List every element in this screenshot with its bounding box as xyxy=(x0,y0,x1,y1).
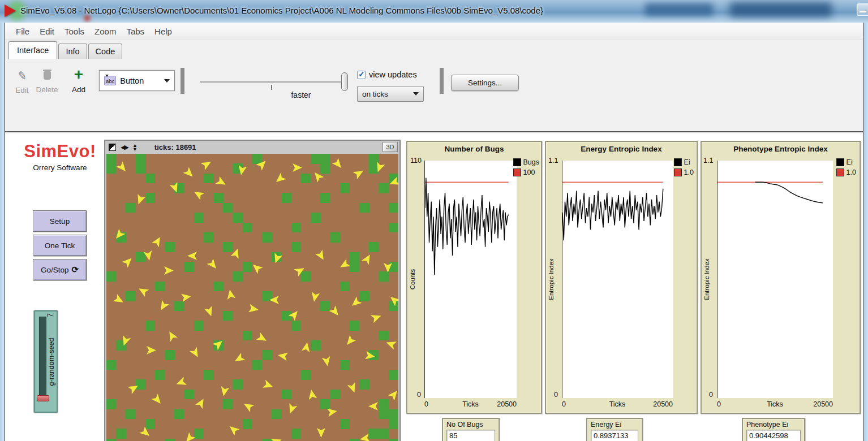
update-mode-dropdown[interactable]: on ticks xyxy=(357,86,424,102)
grass-patch xyxy=(340,282,350,292)
grass-patch xyxy=(320,154,330,164)
random-seed-slider[interactable]: g-random-seed 7 xyxy=(34,310,58,413)
window-body: File Edit Tools Zoom Tabs Help Interface… xyxy=(5,23,863,441)
grass-patch xyxy=(252,360,262,370)
grass-patch xyxy=(165,242,174,252)
add-widget-button[interactable]: + Add xyxy=(66,69,91,94)
world-canvas[interactable] xyxy=(106,154,398,441)
legend-entry: 100 xyxy=(513,168,540,176)
y-axis-title: Entropic Index xyxy=(703,258,710,300)
grass-patch xyxy=(330,390,340,400)
legend-label: Bugs xyxy=(523,158,540,166)
menu-tabs[interactable]: Tabs xyxy=(121,24,149,38)
forever-icon: ⟳ xyxy=(71,267,79,273)
legend-entry: 1.0 xyxy=(836,168,856,176)
delete-label: Delete xyxy=(35,85,59,94)
speed-slider-track[interactable] xyxy=(200,81,348,83)
y-axis-min-label: 0 xyxy=(417,391,421,399)
grass-patch xyxy=(223,242,233,252)
tab-code[interactable]: Code xyxy=(88,44,123,59)
trash-icon xyxy=(43,69,51,80)
grass-patch xyxy=(184,262,194,272)
grass-patch xyxy=(106,360,116,370)
tab-info[interactable]: Info xyxy=(58,44,87,59)
grass-patch xyxy=(350,439,359,441)
plot-title: Number of Bugs xyxy=(407,145,541,153)
x-axis-max-label: 20500 xyxy=(497,400,517,408)
minimize-button[interactable] xyxy=(857,3,868,16)
legend-entry: Ei xyxy=(674,158,694,166)
grass-patch xyxy=(233,213,243,223)
monitor-label: No Of Bugs xyxy=(446,421,495,429)
bug-turtle xyxy=(347,382,359,394)
resize-corner-icon[interactable] xyxy=(109,144,116,151)
plot-number-of-bugs: Number of Bugs 110 0 Counts Bugs 100 xyxy=(406,141,542,414)
grass-patch xyxy=(359,379,369,390)
menu-help[interactable]: Help xyxy=(149,24,177,38)
slider-handle[interactable] xyxy=(37,395,49,401)
setup-button-label: Setup xyxy=(50,217,70,226)
background-blur-blob xyxy=(730,2,832,17)
horizontal-arrows-icon[interactable]: ◀▶ xyxy=(121,144,128,151)
bug-turtle xyxy=(293,163,302,172)
menu-file[interactable]: File xyxy=(11,24,35,38)
one-tick-button[interactable]: One Tick xyxy=(33,235,87,256)
grass-patch xyxy=(359,203,369,213)
bug-turtle xyxy=(286,403,297,415)
menu-edit[interactable]: Edit xyxy=(35,24,59,38)
plot-area xyxy=(562,161,673,398)
menu-tools[interactable]: Tools xyxy=(59,24,89,38)
interface-canvas: SimEvo! Orrery Software Setup One Tick G… xyxy=(5,133,863,441)
bug-turtle xyxy=(122,256,135,269)
menu-zoom[interactable]: Zoom xyxy=(89,24,121,38)
view-updates-control: ✓ view updates xyxy=(357,70,417,79)
settings-button[interactable]: Settings... xyxy=(451,75,519,91)
grass-patch xyxy=(320,193,330,203)
grass-patch xyxy=(223,311,233,321)
grass-patch xyxy=(311,340,320,351)
go-stop-button-label: Go/Stop xyxy=(41,266,69,274)
grass-patch xyxy=(262,350,272,360)
vertical-arrows-icon[interactable]: ▲▼ xyxy=(132,144,137,151)
grass-patch xyxy=(155,370,165,380)
monitor-value: 85 xyxy=(446,430,495,441)
grass-patch xyxy=(223,399,233,409)
bug-turtle xyxy=(189,347,201,359)
grass-patch xyxy=(243,223,252,233)
monitor-phenotype-ei: Phenotype Ei 0.90442598 xyxy=(742,418,805,441)
grass-patch xyxy=(252,154,262,164)
bug-turtle xyxy=(175,377,187,388)
view-3d-button[interactable]: 3D xyxy=(383,142,398,152)
grass-patch xyxy=(320,301,330,312)
x-axis: 0 Ticks 20500 xyxy=(717,400,833,409)
background-blur-blob xyxy=(84,15,91,21)
button-widget-icon: abc xyxy=(104,76,116,85)
tab-interface[interactable]: Interface xyxy=(8,41,57,59)
grass-patch xyxy=(194,429,204,439)
world-view-header: ◀▶ ▲▼ ticks: 18691 3D xyxy=(105,141,399,154)
bug-turtle xyxy=(183,167,196,180)
bug-turtle xyxy=(215,176,227,188)
widget-type-dropdown[interactable]: abc Button xyxy=(99,70,175,91)
delete-widget-button[interactable]: Delete xyxy=(35,69,59,94)
slider-value: 7 xyxy=(46,313,54,317)
setup-button[interactable]: Setup xyxy=(33,210,87,232)
speed-slider-handle[interactable] xyxy=(341,72,348,91)
legend-label: Ei xyxy=(684,158,690,166)
go-stop-button[interactable]: Go/Stop ⟳ xyxy=(33,259,87,280)
bug-turtle xyxy=(225,288,235,299)
view-updates-label: view updates xyxy=(369,70,417,79)
grass-patch xyxy=(213,282,223,292)
toolbar-separator xyxy=(181,68,184,94)
view-updates-checkbox[interactable]: ✓ xyxy=(357,71,366,79)
legend-entry: Bugs xyxy=(513,158,540,166)
edit-widget-button[interactable]: ✎ Edit xyxy=(10,69,35,94)
grass-patch xyxy=(330,232,340,243)
grass-patch xyxy=(379,271,389,282)
bug-turtle xyxy=(271,436,283,441)
y-axis-title: Entropic Index xyxy=(548,258,555,300)
grass-patch xyxy=(223,203,233,213)
grass-patch xyxy=(320,163,330,174)
bug-turtle xyxy=(362,253,373,265)
plot-legend: Ei 1.0 xyxy=(836,158,856,176)
